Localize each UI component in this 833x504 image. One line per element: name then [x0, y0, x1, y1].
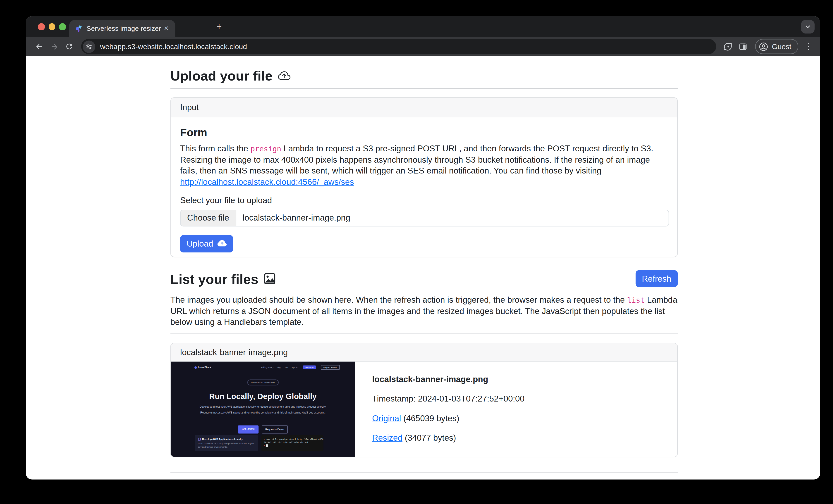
browser-tab[interactable]: Serverless image resizer ✕ — [69, 20, 175, 36]
file-details: localstack-banner-image.png Timestamp: 2… — [355, 362, 524, 457]
list-heading: List your files — [170, 271, 258, 287]
browser-toolbar: webapp.s3-website.localhost.localstack.c… — [26, 36, 820, 56]
divider — [170, 88, 678, 89]
cloud-upload-fill-icon — [217, 239, 227, 248]
input-card-header: Input — [171, 98, 677, 118]
choose-file-button[interactable]: Choose file — [181, 210, 236, 226]
original-size: (465039 bytes) — [403, 413, 459, 423]
divider — [170, 334, 678, 334]
thumb-description: Develop and test your AWS applications l… — [198, 404, 327, 416]
input-card: Input Form This form calls the presign L… — [170, 97, 678, 257]
file-card-header: localstack-banner-image.png — [171, 344, 677, 362]
thumb-navbar: LocalStack Pricing & FAQ Blog Docs Sign … — [195, 364, 339, 370]
thumb-badge: LocalStack v3.0 is out now! — [247, 380, 279, 386]
profile-button[interactable]: Guest — [755, 39, 799, 54]
energy-saver-leaf-icon — [723, 42, 733, 51]
performance-button[interactable] — [720, 39, 736, 54]
upload-heading-row: Upload your file — [170, 68, 678, 84]
presign-code: presign — [251, 144, 281, 153]
minimize-window-button[interactable] — [48, 23, 55, 30]
file-select-label: Select your file to upload — [180, 196, 668, 205]
zoom-window-button[interactable] — [59, 23, 66, 30]
form-description: This form calls the presign Lambda to re… — [180, 143, 668, 188]
favicon — [75, 25, 82, 32]
tune-icon — [86, 43, 93, 50]
thumb-cta-row: Get Started Request a Demo — [171, 426, 355, 434]
new-tab-button[interactable]: + — [213, 21, 225, 33]
close-tab-icon[interactable]: ✕ — [163, 24, 170, 32]
image-icon — [264, 273, 275, 284]
forward-icon — [50, 42, 59, 51]
browser-window: Serverless image resizer ✕ + — [26, 16, 820, 480]
upload-heading: Upload your file — [170, 68, 272, 84]
side-panel-icon — [739, 42, 748, 51]
url-text: webapp.s3-website.localhost.localstack.c… — [100, 43, 247, 51]
form-title: Form — [180, 126, 668, 139]
thumb-feature-icon — [198, 438, 200, 440]
file-name: localstack-banner-image.png — [372, 375, 524, 384]
menu-button[interactable]: ⋮ — [803, 42, 815, 51]
list-code: list — [627, 296, 645, 304]
original-link[interactable]: Original — [372, 413, 401, 423]
person-icon — [758, 42, 768, 52]
back-button[interactable] — [31, 39, 47, 54]
resized-size: (34077 bytes) — [405, 433, 456, 442]
file-timestamp: Timestamp: 2024-01-03T07:27:52+00:00 — [372, 394, 524, 404]
ses-link[interactable]: http://localhost.localstack.cloud:4566/_… — [180, 177, 354, 186]
forward-button[interactable] — [47, 39, 62, 54]
tab-search-button[interactable] — [801, 20, 815, 33]
list-heading-row: List your files Refresh — [170, 270, 678, 287]
side-panel-button[interactable] — [736, 39, 751, 54]
desktop-background: Serverless image resizer ✕ + — [0, 0, 833, 504]
tab-strip: Serverless image resizer ✕ + — [26, 16, 820, 37]
tab-title: Serverless image resizer — [87, 25, 163, 32]
chevron-down-icon — [804, 23, 811, 30]
localstack-logo-icon — [194, 366, 197, 369]
thumb-bottom-row: Develop AWS Applications Locally Use Loc… — [195, 435, 324, 451]
close-window-button[interactable] — [38, 23, 45, 30]
address-bar[interactable]: webapp.s3-website.localhost.localstack.c… — [81, 39, 716, 54]
reload-button[interactable] — [62, 39, 77, 54]
back-icon — [34, 42, 44, 51]
file-card: localstack-banner-image.png LocalStack P… — [170, 343, 678, 457]
thumb-terminal: > aws s3 ls --endpoint-url http://localh… — [261, 435, 324, 451]
file-input-value: localstack-banner-image.png — [236, 210, 668, 226]
list-description: The images you uploaded should be shown … — [170, 295, 678, 328]
resized-link[interactable]: Resized — [372, 433, 402, 442]
site-settings-button[interactable] — [83, 40, 95, 53]
file-input[interactable]: Choose file localstack-banner-image.png — [180, 210, 669, 226]
window-controls — [38, 23, 66, 30]
upload-button[interactable]: Upload — [180, 235, 233, 252]
file-thumbnail: LocalStack Pricing & FAQ Blog Docs Sign … — [171, 362, 355, 457]
profile-label: Guest — [772, 43, 791, 51]
refresh-button[interactable]: Refresh — [635, 270, 678, 287]
page-content: Upload your file Input Form This form ca… — [26, 56, 820, 480]
reload-icon — [65, 42, 74, 51]
divider — [170, 473, 678, 473]
cloud-upload-icon — [278, 70, 290, 82]
thumb-title: Run Locally, Deploy Globally — [171, 392, 355, 401]
